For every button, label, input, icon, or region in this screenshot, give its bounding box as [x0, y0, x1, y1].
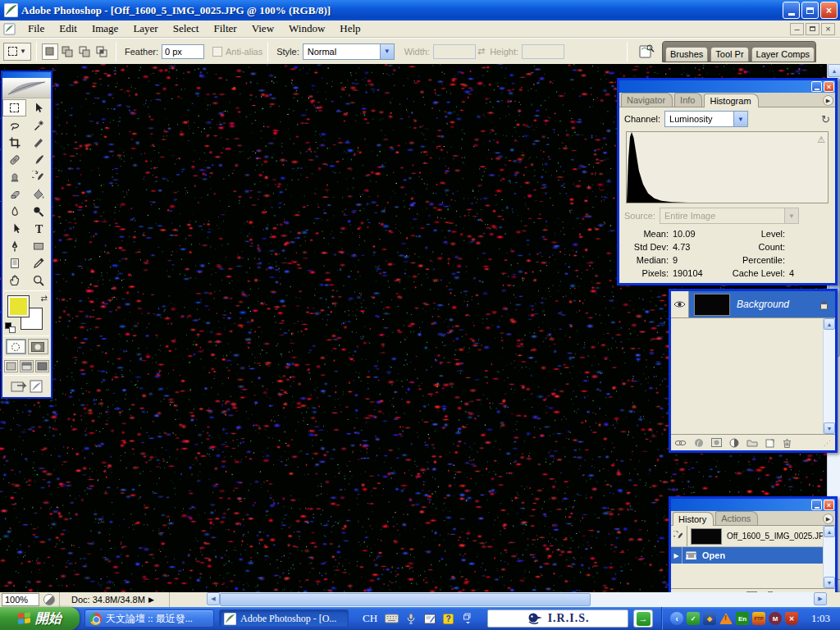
height-input[interactable]: [522, 44, 564, 59]
selection-mode-add-button[interactable]: [59, 43, 75, 60]
palette-minimize-button[interactable]: [811, 500, 822, 510]
well-tab-brushes[interactable]: Brushes: [665, 47, 708, 62]
layer-row-background[interactable]: Background: [671, 291, 835, 318]
palette-menu-icon[interactable]: ▶: [823, 95, 833, 106]
tray-warning-icon[interactable]: [719, 613, 733, 624]
swap-dimensions-icon[interactable]: ⇄: [477, 46, 485, 57]
scroll-up-icon[interactable]: ▲: [828, 64, 840, 77]
resize-grip[interactable]: ⋰: [824, 439, 832, 447]
menu-edit[interactable]: Edit: [52, 21, 84, 37]
menu-select[interactable]: Select: [166, 21, 207, 37]
tool-slice[interactable]: [26, 134, 50, 151]
palette-menu-icon[interactable]: ▶: [823, 514, 833, 524]
tool-magic-wand[interactable]: [26, 116, 50, 134]
doc-close-button[interactable]: ×: [821, 23, 835, 35]
fullscreen-mode-button[interactable]: [35, 360, 49, 372]
tool-type[interactable]: T: [26, 220, 50, 237]
microphone-icon[interactable]: [404, 613, 418, 625]
new-layer-icon[interactable]: [765, 438, 775, 448]
tab-actions[interactable]: Actions: [715, 511, 758, 525]
taskbar-button-photoshop[interactable]: Adobe Photoshop - [O...: [219, 609, 349, 628]
tray-messenger-icon[interactable]: ◆: [703, 612, 716, 625]
doc-minimize-button[interactable]: –: [790, 23, 804, 35]
toolbox-titlebar[interactable]: [2, 72, 51, 78]
palette-close-button[interactable]: ×: [824, 81, 834, 92]
anti-alias-checkbox[interactable]: [212, 47, 222, 57]
feather-input[interactable]: [162, 44, 204, 59]
standard-screen-mode-button[interactable]: [4, 360, 18, 372]
scroll-down-icon[interactable]: ▼: [824, 422, 835, 434]
default-colors-icon[interactable]: [5, 322, 16, 333]
quick-mask-mode-button[interactable]: [28, 339, 48, 354]
iris-toolbar[interactable]: I.R.I.S.: [487, 609, 628, 628]
tool-eyedropper[interactable]: [26, 254, 50, 272]
tool-zoom[interactable]: [26, 272, 50, 289]
tool-blur[interactable]: [2, 203, 26, 220]
standard-mode-button[interactable]: [6, 339, 26, 354]
cached-data-warning-icon[interactable]: ⚠: [817, 135, 825, 145]
tool-history-brush[interactable]: [26, 168, 50, 185]
scroll-up-icon[interactable]: ▲: [824, 526, 835, 537]
tray-ftp-icon[interactable]: FTP: [752, 612, 765, 625]
zoom-level-input[interactable]: [2, 593, 39, 606]
start-button[interactable]: 開始: [0, 607, 80, 630]
taskbar-button-browser[interactable]: 天文論壇 :: 最近發...: [84, 609, 214, 628]
tray-sync-icon[interactable]: ✓: [687, 612, 700, 625]
jump-to-imageready-button[interactable]: [11, 379, 43, 394]
menu-file[interactable]: File: [21, 21, 52, 37]
scroll-up-icon[interactable]: ▲: [824, 318, 835, 330]
layer-visibility-toggle[interactable]: [671, 291, 689, 317]
horizontal-scrollbar[interactable]: ◀ ▶: [207, 592, 827, 607]
tool-move[interactable]: [26, 99, 50, 116]
minimize-button[interactable]: [783, 2, 800, 19]
doc-restore-button[interactable]: [806, 23, 819, 35]
tool-hand[interactable]: [2, 272, 26, 289]
selection-mode-intersect-button[interactable]: [94, 43, 110, 60]
keyboard-icon[interactable]: [385, 613, 399, 625]
writing-pad-icon[interactable]: [422, 613, 436, 625]
width-input[interactable]: [433, 44, 476, 59]
tab-histogram[interactable]: Histogram: [704, 94, 758, 107]
language-indicator[interactable]: CH: [360, 611, 380, 626]
current-tool-chip[interactable]: ▼: [3, 43, 31, 61]
tool-brush[interactable]: [26, 151, 50, 168]
refresh-histogram-icon[interactable]: ↻: [821, 113, 830, 126]
menu-image[interactable]: Image: [84, 21, 126, 37]
layer-style-icon[interactable]: f: [694, 438, 704, 448]
style-dropdown[interactable]: Normal ▼: [303, 43, 395, 60]
tool-shape[interactable]: [26, 237, 50, 254]
history-palette-titlebar[interactable]: ×: [671, 499, 835, 511]
history-brush-source-box[interactable]: [671, 526, 687, 546]
hide-icons-chevron[interactable]: ‹: [670, 612, 683, 625]
tray-m-agent-icon[interactable]: M: [769, 612, 782, 625]
well-tab-layer-comps[interactable]: Layer Comps: [751, 47, 815, 62]
restore-button[interactable]: [801, 2, 819, 19]
scroll-left-icon[interactable]: ◀: [207, 592, 220, 605]
tool-eraser[interactable]: [2, 185, 26, 203]
history-snapshot-row[interactable]: Off_1600_5_IMG_0025.JPG: [671, 526, 835, 547]
tool-crop[interactable]: [2, 134, 26, 151]
menu-window[interactable]: Window: [281, 21, 332, 37]
histogram-palette-titlebar[interactable]: ×: [619, 80, 835, 93]
language-bar-options-icon[interactable]: [460, 613, 474, 625]
photoshop-feather-logo[interactable]: [2, 78, 51, 98]
history-state-open[interactable]: ▶ Open: [671, 547, 835, 564]
tool-healing-brush[interactable]: [2, 151, 26, 168]
window-titlebar[interactable]: Adobe Photoshop - [Off_1600_5_IMG_0025.J…: [0, 0, 840, 21]
iris-launch-button[interactable]: →: [633, 609, 653, 628]
selection-mode-subtract-button[interactable]: [76, 43, 93, 60]
link-layers-icon[interactable]: [674, 439, 687, 447]
palette-close-button[interactable]: ×: [824, 500, 834, 510]
chevron-down-icon[interactable]: ▼: [380, 44, 394, 59]
palette-minimize-button[interactable]: [811, 81, 822, 92]
menu-view[interactable]: View: [244, 21, 281, 37]
tool-dodge[interactable]: [26, 203, 50, 220]
tool-notes[interactable]: [2, 254, 26, 272]
tab-info[interactable]: Info: [674, 93, 702, 107]
tab-navigator[interactable]: Navigator: [621, 93, 673, 107]
close-button[interactable]: ×: [820, 2, 838, 19]
swap-colors-icon[interactable]: ⇄: [41, 294, 48, 303]
fullscreen-menubar-mode-button[interactable]: [20, 360, 34, 372]
tool-lasso[interactable]: [2, 116, 26, 134]
adjustment-layer-icon[interactable]: [729, 438, 739, 448]
